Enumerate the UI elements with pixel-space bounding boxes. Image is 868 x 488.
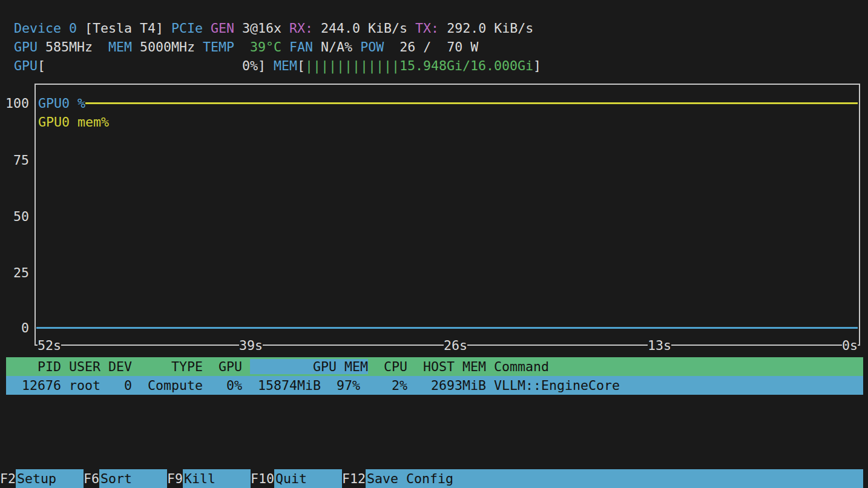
gpu-clock-label: GPU xyxy=(14,39,45,54)
fkey-bar: F2SetupF6SortF9KillF10QuitF12Save Config xyxy=(0,469,863,488)
clock-temp-power-line: GPU 585MHz MEM 5000MHz TEMP 39°C FAN N/A… xyxy=(14,38,478,56)
y-axis-tick-100: 100 xyxy=(0,94,29,113)
process-row-selected[interactable]: 12676 root 0 Compute 0% 15874MiB 97% 2% … xyxy=(6,376,863,395)
temp-label: TEMP xyxy=(203,39,250,54)
rx-value: 244.0 KiB/s xyxy=(321,21,415,36)
fan-value: N/A% xyxy=(321,39,360,54)
gpu-utilization-bar: [ 0%] xyxy=(38,58,274,73)
tx-value: 292.0 KiB/s xyxy=(447,21,533,36)
fkey-f2[interactable]: F2 xyxy=(0,469,16,488)
mem-clock-value: 5000MHz xyxy=(140,39,203,54)
mem-clock-label: MEM xyxy=(108,39,140,54)
fkey-kill-button[interactable]: Kill xyxy=(183,469,251,488)
power-label: POW xyxy=(360,39,399,54)
x-axis-tick-39s: 39s xyxy=(239,336,263,355)
device-info-line: Device 0 [Tesla T4] PCIe GEN 3@16x RX: 2… xyxy=(14,19,533,38)
fkey-sort-button[interactable]: Sort xyxy=(99,469,167,488)
gpu-usage-line xyxy=(36,327,858,329)
device-label: Device 0 xyxy=(14,21,77,36)
y-axis-tick-0: 0 xyxy=(0,318,29,337)
x-axis-tick-26s: 26s xyxy=(444,336,467,355)
utilization-bars-line: GPU[ 0%] MEM[||||||||||||15.948Gi/16.000… xyxy=(14,56,541,75)
legend-gpu-percent: GPU0 % xyxy=(36,94,85,113)
y-axis-tick-25: 25 xyxy=(0,263,29,282)
gen-label: GEN xyxy=(211,21,242,36)
fkey-f12[interactable]: F12 xyxy=(342,469,366,488)
rx-label: RX: xyxy=(289,21,321,36)
legend-gpu-mem-percent: GPU0 mem% xyxy=(36,113,109,131)
x-axis-tick-13s: 13s xyxy=(648,336,671,355)
fkey-save-config-button[interactable]: Save Config xyxy=(366,469,863,488)
header-left-columns: PID USER DEV TYPE GPU xyxy=(6,359,250,374)
y-axis-tick-50: 50 xyxy=(0,207,29,226)
process-table-header: PID USER DEV TYPE GPU GPU MEM CPU HOST M… xyxy=(6,357,863,376)
temp-value: 39°C xyxy=(250,39,289,54)
fkey-quit-button[interactable]: Quit xyxy=(274,469,342,488)
fkey-setup-button[interactable]: Setup xyxy=(16,469,84,488)
mem-bar-label: MEM xyxy=(274,58,297,73)
fkey-f10[interactable]: F10 xyxy=(251,469,274,488)
x-axis-tick-0s: 0s xyxy=(842,336,858,355)
y-axis-tick-75: 75 xyxy=(0,151,29,170)
tx-label: TX: xyxy=(415,21,447,36)
mem-usage-line xyxy=(36,102,858,104)
header-sort-column-gpu-mem: GPU MEM xyxy=(250,359,368,374)
mem-bar-value: 15.948Gi/16.000Gi xyxy=(399,58,533,73)
power-value: 26 / 70 W xyxy=(399,39,478,54)
chart-plot-area xyxy=(35,84,860,346)
fan-label: FAN xyxy=(289,39,321,54)
mem-bar-fill: |||||||||||| xyxy=(305,58,399,73)
gpu-bar-label: GPU xyxy=(14,58,38,73)
fkey-f6[interactable]: F6 xyxy=(84,469,99,488)
fkey-f9[interactable]: F9 xyxy=(167,469,183,488)
x-axis-tick-52s: 52s xyxy=(38,336,61,355)
header-right-columns: CPU HOST MEM Command xyxy=(368,359,549,374)
pcie-label: PCIe xyxy=(171,21,211,36)
gpu-clock-value: 585MHz xyxy=(45,39,108,54)
